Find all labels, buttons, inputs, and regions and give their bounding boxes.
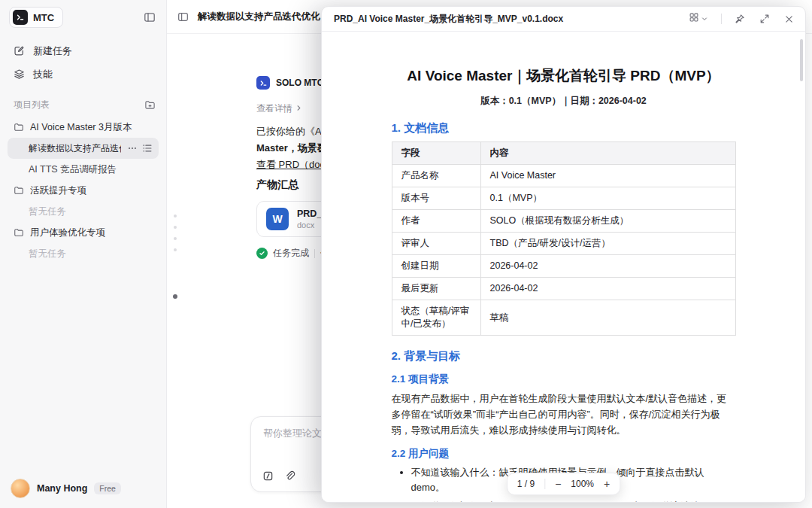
skills-icon [14,68,25,80]
document-scroll-area[interactable]: AI Voice Master｜场景化首轮引导 PRD（MVP） 版本：0.1（… [322,32,805,503]
divider [314,249,315,258]
avatar [11,479,30,498]
step-timeline [173,214,177,299]
table-row: 版本号 0.1（MVP） [392,187,735,210]
user-account[interactable]: Many Hong Free [0,469,166,508]
input-toolbar [262,470,295,485]
project-tree: AI Voice Master 3月版本 解读数据以支持产品迭代优化 AI TT… [0,117,166,469]
zoom-in-button[interactable]: + [604,479,610,489]
task-row-actions [127,143,153,154]
empty-label: 暂无任务 [29,248,66,260]
divider [721,14,722,24]
sidebar-empty-tasks: 暂无任务 [8,201,159,222]
col-header-value: 内容 [480,142,735,165]
document-filename: PRD_AI Voice Master_场景化首轮引导_MVP_v0.1.doc… [334,13,687,26]
pin-icon[interactable] [733,12,747,26]
sidebar-project-activity[interactable]: 活跃提升专项 [8,180,159,201]
project-label: AI Voice Master 3月版本 [30,121,132,134]
check-icon [256,248,268,259]
doc-section-2-2: 2.2 用户问题 [392,447,736,461]
sidebar-empty-tasks: 暂无任务 [8,243,159,264]
sidebar-project-ai-voice-master[interactable]: AI Voice Master 3月版本 [8,117,159,138]
sidebar-item-skills[interactable]: 技能 [8,62,159,86]
cell-value: SOLO（根据现有数据分析生成） [480,210,735,233]
more-icon[interactable] [127,143,138,154]
expand-icon[interactable] [758,12,771,26]
word-doc-icon: W [266,208,289,230]
table-row: 创建日期 2026-04-02 [392,255,735,278]
doc-section-2-1: 2.1 项目背景 [392,373,736,386]
sidebar-task-tts-report[interactable]: AI TTS 竞品调研报告 [8,159,159,180]
viewer-actions [687,11,795,27]
projects-section-header: 项目列表 [0,86,166,117]
sidebar-collapse-icon[interactable] [142,10,157,25]
grid-icon [689,12,699,26]
doc-paragraph-background: 在现有产品数据中，用户在首轮生成阶段大量使用默认文本/默认音色描述，更多停留在“… [392,391,736,438]
cell-field: 最后更新 [392,278,480,300]
table-row: 作者 SOLO（根据现有数据分析生成） [392,210,735,233]
chevron-down-icon [701,12,708,26]
new-folder-icon[interactable] [143,98,157,112]
table-row: 评审人 TBD（产品/研发/设计/运营） [392,233,735,255]
task-label: 解读数据以支持产品迭代优化 [29,142,121,155]
cell-field: 评审人 [392,233,480,255]
brand-name: MTC [33,12,54,23]
task-label: AI TTS 竞品调研报告 [29,163,117,176]
status-done-label: 任务完成 [273,247,309,260]
sidebar-task-selected[interactable]: 解读数据以支持产品迭代优化 [8,138,159,159]
project-label: 活跃提升专项 [30,184,86,197]
table-header-row: 字段 内容 [392,142,735,165]
new-task-icon [14,45,25,56]
app-screen: MTC 新建任务 技能 项目列表 [0,0,812,508]
folder-icon [14,122,24,132]
cell-field: 产品名称 [392,165,480,187]
folder-icon [14,185,24,196]
step-dot [174,226,177,229]
terminal-icon [13,10,28,25]
sidebar-top: MTC [0,0,166,35]
projects-header-label: 项目列表 [14,99,50,111]
doc-title: AI Voice Master｜场景化首轮引导 PRD（MVP） [392,66,736,86]
cell-field: 创建日期 [392,255,480,278]
zoom-out-button[interactable]: − [555,479,561,489]
brand-logo[interactable]: MTC [9,7,63,28]
sidebar-project-ux[interactable]: 用户体验优化专项 [8,222,159,243]
chevron-right-icon [295,104,303,114]
attach-icon[interactable] [284,470,295,485]
divider [544,479,545,489]
cell-value: AI Voice Master [480,165,735,187]
cell-field: 版本号 [392,187,480,210]
page-indicator: 1 / 9 [517,479,535,489]
zoom-level: 100% [571,479,594,489]
doc-section-1: 1. 文档信息 [392,121,736,135]
doc-bullet: 不知道如何评估好坏：用户不知道该继续改哪儿。 [411,499,736,503]
task-list-icon[interactable] [142,143,153,154]
project-label: 用户体验优化专项 [30,227,105,239]
plan-badge: Free [94,482,121,494]
col-header-field: 字段 [392,142,480,165]
cell-value: 2026-04-02 [480,255,735,278]
sidebar-item-new-task[interactable]: 新建任务 [8,39,159,62]
cell-value: 0.1（MVP） [480,187,735,210]
scrollbar-thumb[interactable] [800,39,803,81]
step-dot [174,214,177,217]
empty-label: 暂无任务 [29,205,66,218]
document-page: AI Voice Master｜场景化首轮引导 PRD（MVP） 版本：0.1（… [392,32,736,503]
command-icon[interactable] [262,470,274,485]
close-icon[interactable] [783,13,795,26]
sidebar: MTC 新建任务 技能 项目列表 [0,0,167,508]
user-name: Many Hong [37,483,87,494]
step-dot [174,248,177,251]
layout-menu-button[interactable] [687,11,710,27]
panel-toggle-icon[interactable] [176,10,190,24]
viewer-header: PRD_AI Voice Master_场景化首轮引导_MVP_v0.1.doc… [322,7,805,32]
table-row: 状态（草稿/评审中/已发布） 草稿 [392,300,735,336]
agent-icon [256,76,270,90]
doc-meta: 版本：0.1（MVP）｜日期：2026-04-02 [392,95,736,108]
agent-name: SOLO MTC [276,78,323,88]
table-row: 最后更新 2026-04-02 [392,278,735,300]
sidebar-item-label: 技能 [33,68,53,81]
doc-section-2: 2. 背景与目标 [392,349,736,364]
step-dot [174,237,177,240]
cell-value: 2026-04-02 [480,278,735,300]
